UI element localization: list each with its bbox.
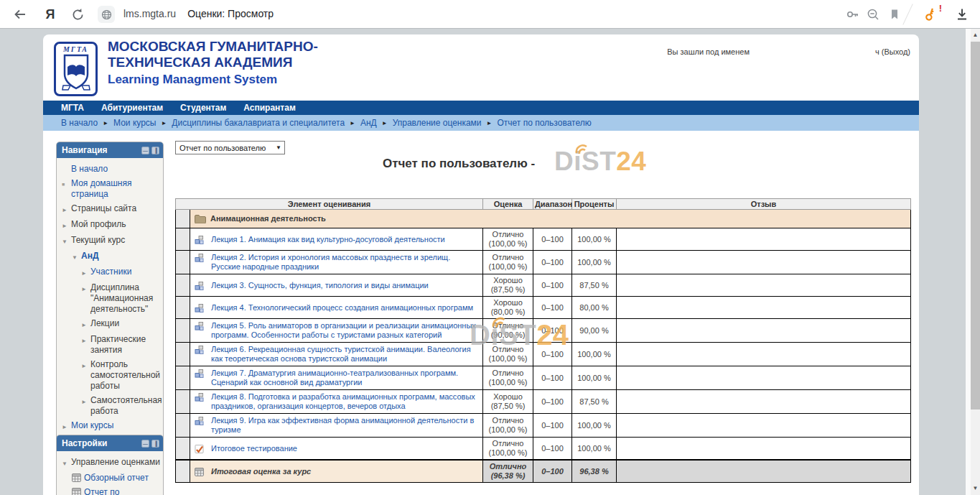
- feedback-cell: [617, 251, 911, 274]
- grade-item-link[interactable]: Лекция 5. Роль аниматоров в организации …: [211, 321, 478, 340]
- logo-text: МГТА: [56, 45, 95, 53]
- nav-item-studentam[interactable]: Студентам: [180, 103, 226, 113]
- grade-item-link[interactable]: Лекция 6. Рекреационная сущность туристс…: [211, 345, 478, 364]
- key-icon[interactable]: [844, 6, 862, 23]
- site-title: МОСКОВСКАЯ ГУМАНИТАРНО- ТЕХНИЧЕСКАЯ АКАД…: [108, 39, 318, 87]
- browser-toolbar: Я lms.mgta.ruОценки: Просмотр !: [0, 0, 980, 29]
- scroll-down-arrow[interactable]: ▼: [971, 484, 980, 494]
- sidebar-item-lectures[interactable]: ►Лекции: [62, 318, 160, 330]
- refresh-icon[interactable]: [69, 6, 86, 23]
- bookmark-icon[interactable]: [886, 6, 903, 23]
- lesson-icon: [195, 322, 204, 330]
- zoom-out-icon[interactable]: [864, 6, 882, 23]
- breadcrumb-home[interactable]: В начало: [61, 118, 98, 128]
- quiz-icon: [195, 445, 204, 453]
- logout-link[interactable]: ч (Выход): [875, 47, 910, 56]
- yandex-logo-icon[interactable]: Я: [42, 6, 59, 23]
- table-row: Лекция 6. Рекреационная сущность туристс…: [176, 343, 911, 366]
- calc-table-icon: [195, 468, 204, 476]
- sidebar-item-home[interactable]: В начало: [62, 164, 160, 175]
- sidebar-item-participants[interactable]: ►Участники: [62, 267, 160, 279]
- scrollbar-thumb[interactable]: [971, 42, 980, 410]
- grade-report-table: Элемент оценивания Оценка Диапазон Проце…: [175, 198, 911, 483]
- breadcrumb-user-report[interactable]: Отчет по пользователю: [498, 118, 592, 128]
- page-title: Отчет по пользователю -: [175, 157, 742, 171]
- download-icon[interactable]: [953, 6, 971, 23]
- feedback-cell: [617, 274, 911, 297]
- sidebar-item-and[interactable]: ▼АнД: [62, 251, 160, 263]
- triangle-collapsed-icon: ►: [81, 395, 90, 417]
- triangle-collapsed-icon: ►: [62, 203, 71, 216]
- sidebar-item-practice[interactable]: ►Практические занятия: [62, 334, 160, 356]
- dock-block-icon[interactable]: ▐: [151, 147, 159, 154]
- triangle-collapsed-icon: ►: [62, 420, 71, 432]
- vertical-scrollbar[interactable]: ▲ ▼: [971, 29, 980, 495]
- breadcrumb-separator-icon: ►: [103, 120, 108, 126]
- lesson-icon: [195, 282, 204, 290]
- feedback-cell: [617, 343, 911, 366]
- feedback-cell: [617, 438, 911, 461]
- triangle-collapsed-icon: ►: [81, 282, 90, 315]
- nav-item-aspirantam[interactable]: Аспирантам: [243, 103, 296, 113]
- course-total-label: Итоговая оценка за курс: [211, 467, 311, 476]
- grade-item-link[interactable]: Лекция 1. Анимация как вид культурно-дос…: [211, 235, 445, 244]
- sidebar-item-site-pages[interactable]: ►Страницы сайта: [62, 203, 160, 216]
- col-header-percent: Проценты: [572, 199, 617, 210]
- collapse-block-icon[interactable]: —: [141, 147, 149, 154]
- feedback-cell: [617, 228, 911, 251]
- page-content: МГТА МОСКОВСКАЯ ГУМАНИТАРНО- ТЕХНИЧЕСКАЯ…: [43, 34, 919, 495]
- grade-item-link[interactable]: Лекция 9. Игра как эффективная форма ани…: [211, 416, 478, 435]
- col-header-item: Элемент оценивания: [176, 199, 483, 210]
- grade-item-link[interactable]: Лекция 3. Сущность, функция, типология и…: [211, 281, 429, 290]
- nav-item-mgta[interactable]: МГТА: [61, 103, 84, 113]
- academy-logo[interactable]: МГТА: [54, 42, 98, 96]
- triangle-collapsed-icon: ►: [62, 219, 71, 231]
- settings-item-user-report[interactable]: Отчет по пользователю: [62, 487, 160, 495]
- breadcrumb-grade-admin[interactable]: Управление оценками: [393, 118, 482, 128]
- sidebar-item-my-home[interactable]: ■Моя домашняя страница: [62, 178, 160, 200]
- grade-item-link[interactable]: Лекция 8. Подготовка и разработка анимац…: [211, 392, 478, 411]
- feedback-cell: [617, 390, 911, 414]
- breadcrumb-course[interactable]: АнД: [360, 118, 377, 128]
- grade-item-link[interactable]: Итоговое тестирование: [211, 444, 297, 453]
- feedback-cell: [617, 319, 911, 343]
- settings-tree: ▼Управление оценками Обзорный отчет Отче…: [57, 451, 163, 495]
- sidebar-item-control[interactable]: ►Контроль самостоятельной работы: [62, 359, 160, 392]
- breadcrumb: В начало ► Мои курсы ► Дисциплины бакала…: [43, 115, 919, 131]
- triangle-collapsed-icon: ►: [81, 359, 90, 392]
- addressbar-edge: [902, 4, 913, 24]
- grade-table-icon: [72, 488, 81, 495]
- settings-item-overview-report[interactable]: Обзорный отчет: [62, 473, 160, 484]
- sidebar-item-independent-work[interactable]: ►Самостоятельная работа: [62, 395, 160, 417]
- table-header-row: Элемент оценивания Оценка Диапазон Проце…: [176, 199, 911, 210]
- navigation-tree: В начало ■Моя домашняя страница ►Страниц…: [57, 158, 163, 442]
- academy-name-line2: ТЕХНИЧЕСКАЯ АКАДЕМИЯ: [108, 55, 318, 70]
- lesson-icon: [195, 369, 204, 378]
- settings-item-grade-admin[interactable]: ▼Управление оценками: [62, 457, 160, 469]
- settings-block: Настройки —▐ ▼Управление оценками Обзорн…: [56, 435, 164, 495]
- address-bar[interactable]: lms.mgta.ruОценки: Просмотр: [123, 8, 274, 19]
- col-header-grade: Оценка: [483, 199, 533, 210]
- site-globe-icon[interactable]: [98, 6, 115, 23]
- grade-item-link[interactable]: Лекция 7. Драматургия анимационно-театра…: [211, 369, 478, 387]
- sidebar-item-current-course[interactable]: ▼Текущий курс: [62, 235, 160, 247]
- nav-item-abiturientam[interactable]: Абитуриентам: [101, 103, 163, 113]
- sidebar-item-discipline[interactable]: ►Дисциплина "Анимационная деятельность": [62, 282, 160, 315]
- dock-block-icon[interactable]: ▐: [151, 440, 159, 448]
- sidebar-item-my-profile[interactable]: ►Мой профиль: [62, 219, 160, 231]
- main-navbar: МГТА Абитуриентам Студентам Аспирантам: [43, 101, 919, 115]
- breadcrumb-my-courses[interactable]: Мои курсы: [113, 118, 156, 128]
- grade-item-link[interactable]: Лекция 2. История и хронология массовых …: [211, 253, 478, 272]
- col-header-feedback: Отзыв: [617, 199, 911, 210]
- collapse-block-icon[interactable]: —: [141, 440, 149, 448]
- password-alert-icon[interactable]: !: [922, 6, 939, 23]
- lesson-icon: [195, 304, 204, 313]
- grade-item-link[interactable]: Лекция 4. Технологический процесс создан…: [211, 303, 473, 313]
- table-row: Лекция 7. Драматургия анимационно-театра…: [176, 366, 911, 390]
- report-type-select[interactable]: Отчет по пользователю ▼: [175, 141, 285, 154]
- scroll-up-arrow[interactable]: ▲: [971, 30, 980, 40]
- breadcrumb-disciplines[interactable]: Дисциплины бакалавриата и специалитета: [172, 118, 345, 128]
- sidebar-item-my-courses[interactable]: ►Мои курсы: [62, 420, 160, 432]
- back-icon[interactable]: [11, 6, 29, 23]
- feedback-cell: [617, 414, 911, 438]
